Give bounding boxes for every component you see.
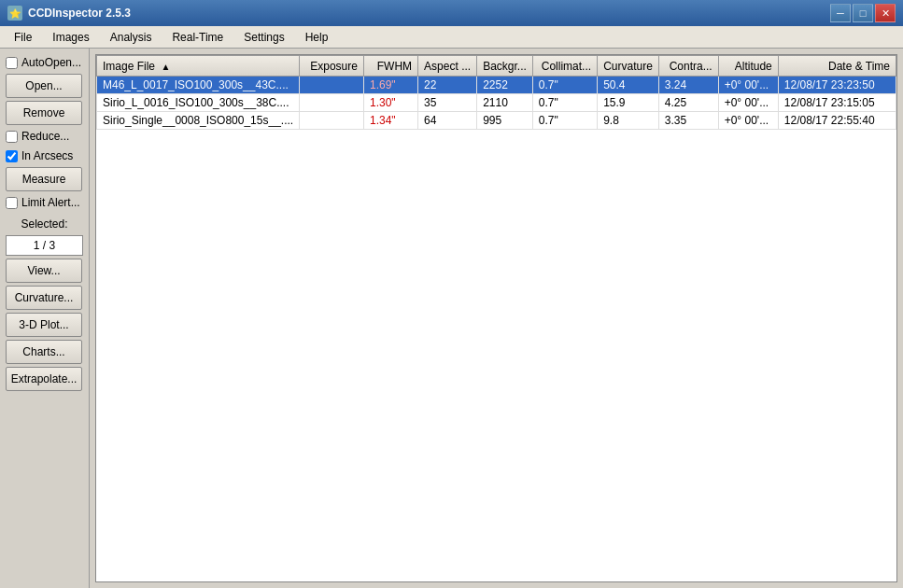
in-arcsecs-row: In Arcsecs [6,147,83,164]
menu-help[interactable]: Help [295,27,339,48]
table-cell [300,77,364,94]
limit-alert-label: Limit Alert... [21,196,80,209]
table-cell: 64 [418,112,477,130]
title-bar-controls[interactable]: ─ □ ✕ [830,4,896,22]
selected-value: 1 / 3 [6,235,83,256]
main-content: AutoOpen... Open... Remove Reduce... In … [0,49,903,588]
table-cell: 0.7" [532,94,597,112]
limit-alert-row: Limit Alert... [6,194,83,211]
close-button[interactable]: ✕ [875,4,896,22]
table-cell: 3.24 [658,77,718,94]
auto-open-row: AutoOpen... [6,54,83,71]
table-body: M46_L_0017_ISO100_300s__43C....1.69"2222… [97,77,896,130]
table-cell: +0° 00'... [718,94,778,112]
table-cell: 0.7" [532,77,597,94]
table-cell [300,112,364,130]
auto-open-checkbox[interactable] [6,57,18,69]
table-cell: 15.9 [598,94,659,112]
in-arcsecs-label: In Arcsecs [21,149,73,162]
table-cell: 1.30" [363,94,417,112]
auto-open-label: AutoOpen... [21,56,81,69]
menu-bar: File Images Analysis Real-Time Settings … [0,26,903,49]
view-button[interactable]: View... [6,259,82,283]
right-panel: Image File ▲ Exposure FWHM Aspect ... Ba… [90,49,903,588]
table-cell: 1.34" [363,112,417,130]
col-header-curvature[interactable]: Curvature [598,56,659,77]
col-header-fwhm[interactable]: FWHM [363,56,417,77]
table-cell: 12/08/17 23:23:50 [778,77,896,94]
extrapolate-button[interactable]: Extrapolate... [6,367,82,391]
col-header-exposure[interactable]: Exposure [300,56,364,77]
col-header-altitude[interactable]: Altitude [718,56,778,77]
col-header-contra[interactable]: Contra... [658,56,718,77]
measure-button[interactable]: Measure [6,167,82,191]
table-row[interactable]: Sirio_L_0016_ISO100_300s__38C....1.30"35… [97,94,896,112]
col-header-backgr[interactable]: Backgr... [477,56,533,77]
table-cell: 3.35 [658,112,718,130]
table-cell: 2110 [477,94,533,112]
col-header-file[interactable]: Image File ▲ [97,56,300,77]
image-table: Image File ▲ Exposure FWHM Aspect ... Ba… [96,55,896,130]
in-arcsecs-checkbox[interactable] [6,150,18,162]
title-bar: ⭐ CCDInspector 2.5.3 ─ □ ✕ [0,0,903,26]
table-cell: 995 [477,112,533,130]
sidebar: AutoOpen... Open... Remove Reduce... In … [0,49,90,588]
table-cell: 1.69" [363,77,417,94]
3d-plot-button[interactable]: 3-D Plot... [6,313,82,337]
menu-realtime[interactable]: Real-Time [162,27,233,48]
table-cell: Sirio_Single__0008_ISO800_15s__.... [97,112,300,130]
table-header-row: Image File ▲ Exposure FWHM Aspect ... Ba… [97,56,896,77]
table-cell: 12/08/17 23:15:05 [778,94,896,112]
table-cell: Sirio_L_0016_ISO100_300s__38C.... [97,94,300,112]
menu-file[interactable]: File [4,27,42,48]
remove-button[interactable]: Remove [6,101,82,125]
table-row[interactable]: M46_L_0017_ISO100_300s__43C....1.69"2222… [97,77,896,94]
minimize-button[interactable]: ─ [830,4,851,22]
menu-settings[interactable]: Settings [233,27,294,48]
table-cell [300,94,364,112]
table-cell: +0° 00'... [718,112,778,130]
window-title: CCDInspector 2.5.3 [28,7,131,20]
table-cell: 22 [418,77,477,94]
open-button[interactable]: Open... [6,74,82,98]
reduce-label: Reduce... [21,130,69,143]
table-cell: 35 [418,94,477,112]
reduce-checkbox[interactable] [6,131,18,143]
reduce-row: Reduce... [6,128,83,145]
table-cell: 0.7" [532,112,597,130]
col-header-aspect[interactable]: Aspect ... [418,56,477,77]
title-bar-left: ⭐ CCDInspector 2.5.3 [7,6,131,21]
table-cell: 4.25 [658,94,718,112]
table-cell: M46_L_0017_ISO100_300s__43C.... [97,77,300,94]
curvature-button[interactable]: Curvature... [6,286,82,310]
image-table-container[interactable]: Image File ▲ Exposure FWHM Aspect ... Ba… [95,54,897,582]
col-header-collim[interactable]: Collimat... [532,56,597,77]
table-cell: 9.8 [598,112,659,130]
menu-analysis[interactable]: Analysis [100,27,162,48]
selected-label: Selected: [6,217,83,231]
limit-alert-checkbox[interactable] [6,197,18,209]
table-cell: 12/08/17 22:55:40 [778,112,896,130]
app-icon: ⭐ [7,6,22,21]
charts-button[interactable]: Charts... [6,340,82,364]
table-cell: 50.4 [598,77,659,94]
col-header-datetime[interactable]: Date & Time [778,56,896,77]
sort-arrow-file: ▲ [161,62,170,72]
table-cell: +0° 00'... [718,77,778,94]
table-cell: 2252 [477,77,533,94]
maximize-button[interactable]: □ [853,4,873,22]
table-row[interactable]: Sirio_Single__0008_ISO800_15s__....1.34"… [97,112,896,130]
menu-images[interactable]: Images [42,27,99,48]
